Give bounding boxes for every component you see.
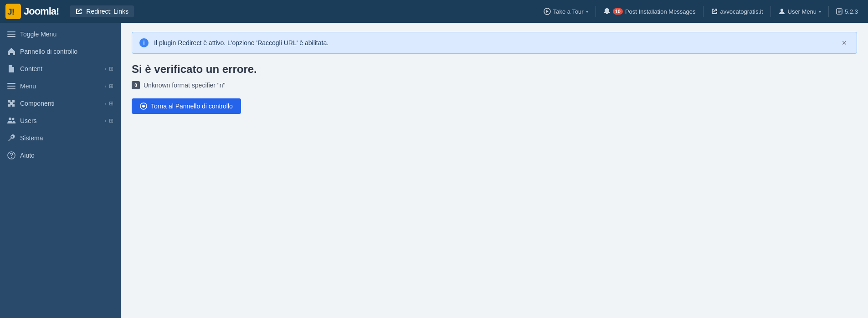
- home-icon: [7, 47, 15, 56]
- users-grid-icon: ⊞: [109, 118, 113, 124]
- puzzle-icon: [7, 99, 15, 108]
- sidebar-item-menu-label: Menu: [20, 82, 36, 90]
- alert-banner: i Il plugin Redirect è attivo. L'opzione…: [132, 32, 857, 54]
- user-menu-chevron: ▾: [819, 9, 821, 14]
- user-icon: [778, 8, 786, 15]
- sidebar-item-content-label: Content: [20, 65, 42, 72]
- take-tour-label: Take a Tour: [553, 8, 584, 15]
- svg-rect-10: [7, 88, 15, 89]
- svg-rect-6: [7, 34, 15, 35]
- bell-icon: [603, 8, 611, 15]
- divider-3: [770, 6, 771, 17]
- sidebar-item-menu[interactable]: Menu › ⊞: [0, 77, 121, 95]
- svg-point-11: [9, 118, 11, 120]
- menu-arrow-icon: ›: [105, 84, 106, 89]
- site-link-button[interactable]: avvocatogratis.it: [706, 5, 768, 17]
- svg-rect-5: [7, 31, 15, 32]
- post-install-label: Post Installation Messages: [625, 8, 696, 15]
- menu-grid-icon: ⊞: [109, 83, 113, 89]
- sidebar-item-toggle-menu-label: Toggle Menu: [20, 31, 56, 38]
- version-button[interactable]: 5.2.3: [832, 6, 863, 17]
- svg-point-3: [781, 9, 783, 11]
- sidebar-item-aiuto-label: Aiuto: [20, 152, 35, 159]
- svg-text:J!: J!: [7, 7, 14, 16]
- sidebar-item-aiuto[interactable]: Aiuto: [0, 147, 121, 164]
- componenti-grid-icon: ⊞: [109, 100, 113, 107]
- topnav: J! Joomla! Redirect: Links Take a Tour ▾…: [0, 0, 868, 23]
- user-menu-label: User Menu: [788, 8, 817, 15]
- sidebar-item-users-label: Users: [20, 117, 37, 124]
- sidebar-item-sistema-label: Sistema: [20, 134, 43, 142]
- alert-info-icon: i: [139, 38, 149, 47]
- notifications-button[interactable]: 10 Post Installation Messages: [599, 5, 700, 17]
- tour-icon: [544, 8, 551, 15]
- logo-text: Joomla!: [24, 5, 59, 17]
- page-title-text: Redirect: Links: [86, 8, 128, 15]
- joomla-logo-icon: J!: [5, 4, 21, 19]
- take-tour-chevron: ▾: [586, 9, 588, 14]
- logo: J! Joomla!: [5, 4, 66, 19]
- question-icon: [7, 151, 15, 159]
- user-menu-button[interactable]: User Menu ▾: [774, 5, 826, 17]
- redirect-icon: [75, 8, 82, 15]
- error-heading: Si è verificato un errore.: [132, 63, 857, 76]
- sidebar-item-content[interactable]: Content › ⊞: [0, 60, 121, 77]
- dashboard-btn-icon: [140, 103, 147, 110]
- content-arrow-icon: ›: [105, 67, 106, 72]
- main-layout: Toggle Menu Pannello di controllo Conten…: [0, 23, 868, 318]
- notification-badge: 10: [613, 8, 623, 15]
- page-title: Redirect: Links: [70, 5, 134, 17]
- svg-rect-8: [7, 83, 15, 84]
- take-tour-button[interactable]: Take a Tour ▾: [539, 5, 593, 17]
- sidebar-item-sistema[interactable]: Sistema: [0, 129, 121, 147]
- sidebar: Toggle Menu Pannello di controllo Conten…: [0, 23, 121, 318]
- error-detail: 0 Unknown format specifier "n": [132, 81, 857, 89]
- site-label: avvocatogratis.it: [720, 8, 763, 15]
- alert-info-text: Il plugin Redirect è attivo. L'opzione '…: [154, 39, 833, 46]
- componenti-arrow-icon: ›: [105, 101, 106, 106]
- wrench-icon: [7, 134, 15, 142]
- svg-rect-7: [7, 36, 15, 37]
- version-icon: [836, 8, 842, 15]
- sidebar-item-users[interactable]: Users › ⊞: [0, 112, 121, 129]
- divider-1: [596, 6, 596, 17]
- content-grid-icon: ⊞: [109, 66, 113, 72]
- divider-4: [828, 6, 829, 17]
- svg-point-12: [12, 118, 15, 120]
- svg-rect-9: [7, 86, 15, 87]
- back-to-dashboard-button[interactable]: Torna al Pannello di controllo: [132, 98, 241, 114]
- bars-icon: [7, 30, 15, 38]
- sidebar-item-pannello[interactable]: Pannello di controllo: [0, 43, 121, 60]
- sidebar-item-componenti[interactable]: Componenti › ⊞: [0, 95, 121, 112]
- main-content: i Il plugin Redirect è attivo. L'opzione…: [121, 23, 868, 318]
- sidebar-item-toggle-menu[interactable]: Toggle Menu: [0, 26, 121, 43]
- list-icon: [7, 82, 15, 90]
- error-detail-text: Unknown format specifier "n": [144, 82, 226, 89]
- users-arrow-icon: ›: [105, 118, 106, 123]
- svg-point-14: [11, 157, 12, 158]
- sidebar-item-componenti-label: Componenti: [20, 100, 55, 107]
- file-icon: [7, 65, 15, 73]
- topnav-right: Take a Tour ▾ 10 Post Installation Messa…: [539, 5, 863, 17]
- error-detail-icon: 0: [132, 81, 140, 89]
- sidebar-item-pannello-label: Pannello di controllo: [20, 48, 77, 55]
- external-link-icon: [711, 8, 718, 15]
- alert-close-button[interactable]: ×: [839, 38, 849, 48]
- divider-2: [703, 6, 704, 17]
- users-icon: [7, 117, 15, 125]
- version-label: 5.2.3: [845, 8, 858, 15]
- back-button-label: Torna al Pannello di controllo: [151, 103, 233, 110]
